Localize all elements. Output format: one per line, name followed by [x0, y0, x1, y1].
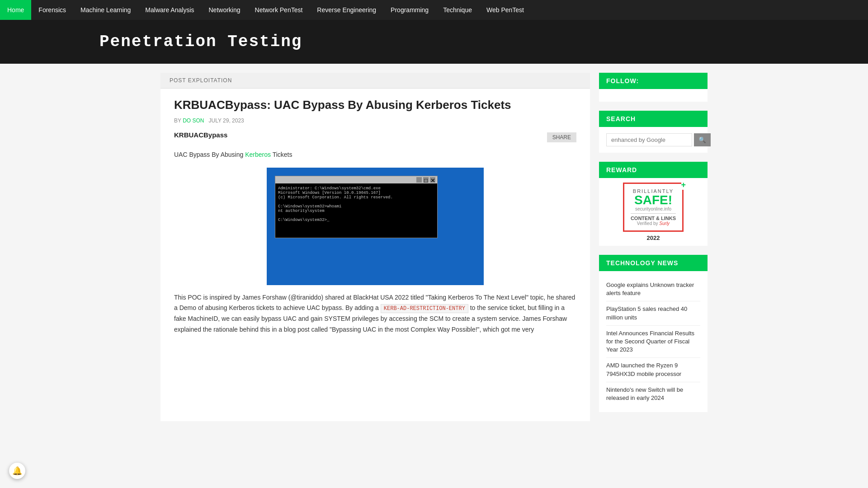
tech-news-item: PlayStation 5 sales reached 40 million u… — [606, 301, 700, 325]
article-intro: KRBUACBypass — [174, 131, 227, 139]
tech-news-title: TECHNOLOGY NEWS — [599, 255, 708, 271]
badge-year: 2022 — [604, 235, 703, 241]
search-input[interactable] — [606, 133, 692, 146]
reward-title: Reward — [599, 162, 708, 178]
article-body2: This POC is inspired by James Forshaw (@… — [174, 292, 576, 335]
nav-network-pentest[interactable]: Network PenTest — [248, 0, 310, 20]
tech-news-item: AMD launched the Ryzen 9 7945HX3D mobile… — [606, 358, 700, 382]
terminal-titlebar: _ □ ✕ — [275, 176, 437, 183]
author-link[interactable]: DO SON — [183, 117, 204, 124]
nav-home[interactable]: Home — [0, 0, 31, 20]
tech-news-link[interactable]: Google explains Unknown tracker alerts f… — [606, 282, 694, 296]
search-row: 🔍 — [606, 133, 700, 146]
tech-news-link[interactable]: AMD launched the Ryzen 9 7945HX3D mobile… — [606, 362, 681, 377]
badge-site: securityonline.info — [631, 206, 676, 211]
article-image: _ □ ✕ Administrator: C:\Windows\system32… — [267, 168, 484, 285]
article-title: KRBUACBypass: UAC Bypass By Abusing Kerb… — [174, 98, 576, 113]
sidebar: FOLLOW: SEARCH 🔍 Reward + — [599, 73, 708, 421]
site-title: Penetration Testing — [99, 33, 769, 51]
terminal-close[interactable]: ✕ — [430, 177, 435, 183]
article-meta: BY DO SON JULY 29, 2023 — [174, 117, 576, 124]
nav-forensics[interactable]: Forensics — [31, 0, 73, 20]
search-content: 🔍 — [599, 127, 708, 153]
follow-widget: FOLLOW: — [599, 73, 708, 102]
nav-machine-learning[interactable]: Machine Learning — [73, 0, 138, 20]
reward-widget: Reward + BRILLIANTLY SAFE! securityonlin… — [599, 162, 708, 246]
terminal-minimize[interactable]: _ — [416, 177, 422, 183]
follow-title: FOLLOW: — [599, 73, 708, 89]
main-nav: Home Forensics Machine Learning Malware … — [0, 0, 868, 20]
nav-web-pentest[interactable]: Web PenTest — [479, 0, 531, 20]
article-date: JULY 29, 2023 — [208, 117, 244, 124]
tech-news-link[interactable]: Intel Announces Financial Results for th… — [606, 330, 694, 353]
badge-safe: SAFE! — [631, 194, 676, 206]
reward-content: + BRILLIANTLY SAFE! securityonline.info … — [599, 178, 708, 246]
terminal-window: _ □ ✕ Administrator: C:\Windows\system32… — [275, 176, 438, 238]
tech-news-item: Intel Announces Financial Results for th… — [606, 326, 700, 358]
code-snippet: KERB-AD-RESTRICTION-ENTRY — [381, 304, 468, 313]
follow-content — [599, 89, 708, 102]
tech-news-widget: TECHNOLOGY NEWS Google explains Unknown … — [599, 255, 708, 412]
article-body: KRBUACBypass: UAC Bypass By Abusing Kerb… — [160, 89, 590, 350]
badge-content: CONTENT & LINKS — [631, 216, 676, 221]
breadcrumb: POST EXPLOITATION — [160, 73, 590, 89]
nav-reverse-engineering[interactable]: Reverse Engineering — [310, 0, 383, 20]
nav-networking[interactable]: Networking — [202, 0, 248, 20]
search-widget: SEARCH 🔍 — [599, 111, 708, 153]
article-body1: UAC Bypass By Abusing Kerberos Tickets — [174, 150, 576, 160]
nav-programming[interactable]: Programming — [383, 0, 436, 20]
badge-links: Verified by Surly — [631, 221, 676, 226]
share-button[interactable]: SHARE — [547, 132, 576, 142]
tech-news-list: Google explains Unknown tracker alerts f… — [606, 277, 700, 406]
badge-divider — [631, 213, 676, 214]
tech-news-item: Google explains Unknown tracker alerts f… — [606, 277, 700, 301]
nav-malware-analysis[interactable]: Malware Analysis — [138, 0, 201, 20]
tech-news-link[interactable]: Nintendo's new Switch will be released i… — [606, 386, 683, 401]
reward-badge-box: + BRILLIANTLY SAFE! securityonline.info … — [623, 183, 684, 232]
terminal-maximize[interactable]: □ — [423, 177, 429, 183]
tech-news-link[interactable]: PlayStation 5 sales reached 40 million u… — [606, 305, 687, 320]
search-button[interactable]: 🔍 — [694, 133, 711, 146]
badge-plus-icon: + — [681, 180, 686, 190]
tech-news-item: Nintendo's new Switch will be released i… — [606, 382, 700, 406]
nav-technique[interactable]: Technique — [436, 0, 479, 20]
terminal-content: Administrator: C:\Windows\system32\cmd.e… — [275, 183, 437, 238]
site-header: Penetration Testing — [0, 20, 868, 64]
main-content: POST EXPLOITATION KRBUACBypass: UAC Bypa… — [160, 73, 590, 421]
search-icon: 🔍 — [698, 136, 706, 143]
search-title: SEARCH — [599, 111, 708, 127]
kerberos-link[interactable]: Kerberos — [245, 151, 271, 158]
page-container: POST EXPLOITATION KRBUACBypass: UAC Bypa… — [151, 64, 717, 430]
share-row: KRBUACBypass SHARE — [174, 131, 576, 144]
badge-surly: Surly — [659, 221, 670, 226]
tech-news-content: Google explains Unknown tracker alerts f… — [599, 271, 708, 412]
